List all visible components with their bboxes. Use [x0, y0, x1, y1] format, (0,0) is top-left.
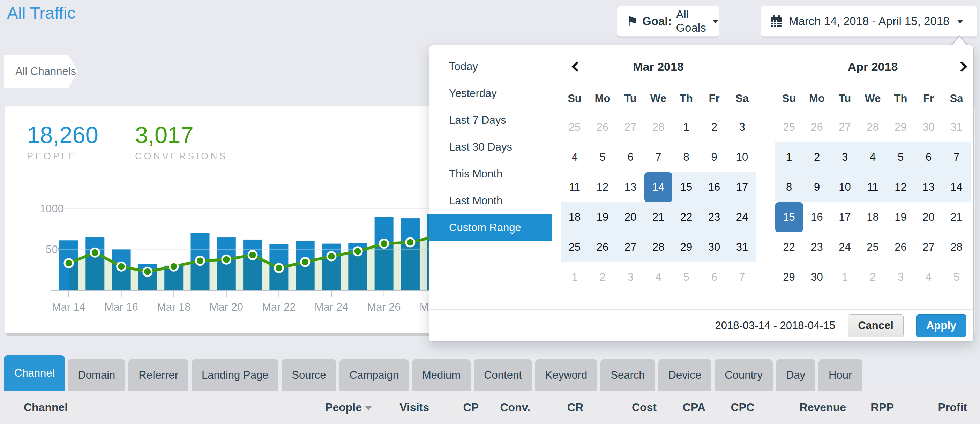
day-cell-normal[interactable]: 24	[831, 232, 859, 262]
column-header-revenue[interactable]: Revenue	[754, 401, 846, 414]
day-cell-muted[interactable]: 1	[561, 262, 589, 292]
day-cell-range[interactable]: 28	[644, 232, 672, 262]
day-cell-range[interactable]: 22	[672, 202, 700, 232]
day-cell-range[interactable]: 16	[700, 172, 728, 202]
day-cell-normal[interactable]: 3	[728, 112, 756, 142]
column-header-visits[interactable]: Visits	[372, 401, 429, 414]
tab-channel[interactable]: Channel	[4, 355, 65, 391]
tab-day[interactable]: Day	[776, 359, 815, 391]
day-cell-range[interactable]: 12	[887, 172, 915, 202]
chart-point[interactable]	[275, 264, 283, 272]
day-cell-normal[interactable]: 16	[803, 202, 831, 232]
day-cell-muted[interactable]: 27	[616, 112, 644, 142]
day-cell-selected[interactable]: 14	[644, 172, 672, 202]
daterange-option-last-month[interactable]: Last Month	[429, 187, 552, 214]
day-cell-normal[interactable]: 5	[589, 142, 616, 172]
chart-point[interactable]	[406, 238, 414, 246]
tab-device[interactable]: Device	[658, 359, 712, 391]
day-cell-range[interactable]: 11	[859, 172, 887, 202]
tab-search[interactable]: Search	[600, 359, 655, 391]
day-cell-range[interactable]: 5	[887, 142, 915, 172]
tab-domain[interactable]: Domain	[68, 359, 125, 391]
day-cell-range[interactable]: 10	[831, 172, 859, 202]
day-cell-normal[interactable]: 22	[775, 232, 803, 262]
day-cell-muted[interactable]: 5	[672, 262, 700, 292]
day-cell-range[interactable]: 8	[775, 172, 803, 202]
day-cell-range[interactable]: 26	[589, 232, 616, 262]
column-header-cp[interactable]: CP	[429, 401, 479, 414]
day-cell-normal[interactable]: 25	[859, 232, 887, 262]
day-cell-range[interactable]: 6	[915, 142, 943, 172]
day-cell-normal[interactable]: 20	[915, 202, 943, 232]
day-cell-muted[interactable]: 30	[915, 112, 943, 142]
day-cell-normal[interactable]: 21	[943, 202, 970, 232]
day-cell-normal[interactable]: 18	[859, 202, 887, 232]
tab-country[interactable]: Country	[714, 359, 773, 391]
day-cell-muted[interactable]: 4	[644, 262, 672, 292]
chart-point[interactable]	[117, 262, 126, 271]
chart-point[interactable]	[380, 240, 388, 248]
tab-hour[interactable]: Hour	[818, 359, 862, 391]
prev-month-icon[interactable]	[571, 61, 582, 72]
day-cell-muted[interactable]: 7	[728, 262, 756, 292]
breadcrumb-all-channels[interactable]: All Channels	[4, 55, 78, 88]
day-cell-normal[interactable]: 27	[915, 232, 943, 262]
daterange-option-last-30-days[interactable]: Last 30 Days	[429, 133, 552, 160]
tab-source[interactable]: Source	[282, 359, 336, 391]
day-cell-normal[interactable]: 8	[672, 142, 700, 172]
day-cell-muted[interactable]: 31	[943, 112, 970, 142]
day-cell-muted[interactable]: 2	[859, 262, 887, 292]
cancel-button[interactable]: Cancel	[848, 314, 904, 337]
day-cell-muted[interactable]: 3	[887, 262, 915, 292]
day-cell-normal[interactable]: 9	[700, 142, 728, 172]
chart-point[interactable]	[248, 251, 257, 259]
tab-medium[interactable]: Medium	[412, 359, 471, 391]
day-cell-normal[interactable]: 4	[561, 142, 589, 172]
day-cell-range[interactable]: 1	[775, 142, 803, 172]
day-cell-range[interactable]: 14	[943, 172, 970, 202]
day-cell-muted[interactable]: 26	[589, 112, 616, 142]
day-cell-range[interactable]: 13	[915, 172, 943, 202]
column-header-rpp[interactable]: RPP	[846, 401, 894, 414]
day-cell-muted[interactable]: 5	[943, 262, 970, 292]
day-cell-normal[interactable]: 17	[831, 202, 859, 232]
column-header-cost[interactable]: Cost	[583, 401, 657, 414]
chart-point[interactable]	[170, 262, 178, 271]
daterange-option-yesterday[interactable]: Yesterday	[429, 80, 552, 107]
tab-content[interactable]: Content	[474, 359, 532, 391]
column-header-people[interactable]: People	[312, 401, 372, 414]
day-cell-muted[interactable]: 4	[915, 262, 943, 292]
goal-selector-button[interactable]: ⚑ Goal: All Goals	[617, 6, 719, 37]
day-cell-normal[interactable]: 10	[728, 142, 756, 172]
day-cell-normal[interactable]: 30	[803, 262, 831, 292]
tab-referrer[interactable]: Referrer	[128, 359, 188, 391]
day-cell-normal[interactable]: 28	[943, 232, 970, 262]
daterange-option-last-7-days[interactable]: Last 7 Days	[429, 107, 552, 133]
day-cell-range[interactable]: 25	[561, 232, 589, 262]
day-cell-muted[interactable]: 6	[700, 262, 728, 292]
day-cell-normal[interactable]: 23	[803, 232, 831, 262]
chart-point[interactable]	[222, 255, 231, 264]
day-cell-normal[interactable]: 2	[700, 112, 728, 142]
chart-point[interactable]	[65, 259, 73, 267]
day-cell-range[interactable]: 7	[943, 142, 970, 172]
day-cell-normal[interactable]: 26	[887, 232, 915, 262]
column-header-conv[interactable]: Conv.	[479, 401, 530, 414]
chart-point[interactable]	[327, 252, 336, 260]
day-cell-muted[interactable]: 1	[831, 262, 859, 292]
day-cell-range[interactable]: 24	[728, 202, 756, 232]
column-header-cpa[interactable]: CPA	[657, 401, 705, 414]
day-cell-range[interactable]: 17	[728, 172, 756, 202]
day-cell-range[interactable]: 29	[672, 232, 700, 262]
day-cell-range[interactable]: 20	[616, 202, 644, 232]
day-cell-range[interactable]: 18	[561, 202, 589, 232]
day-cell-normal[interactable]: 13	[616, 172, 644, 202]
day-cell-range[interactable]: 21	[644, 202, 672, 232]
day-cell-normal[interactable]: 6	[616, 142, 644, 172]
daterange-option-today[interactable]: Today	[429, 53, 552, 80]
day-cell-muted[interactable]: 3	[616, 262, 644, 292]
day-cell-muted[interactable]: 25	[561, 112, 589, 142]
day-cell-normal[interactable]: 1	[672, 112, 700, 142]
day-cell-normal[interactable]: 19	[887, 202, 915, 232]
day-cell-selected[interactable]: 15	[775, 202, 803, 232]
